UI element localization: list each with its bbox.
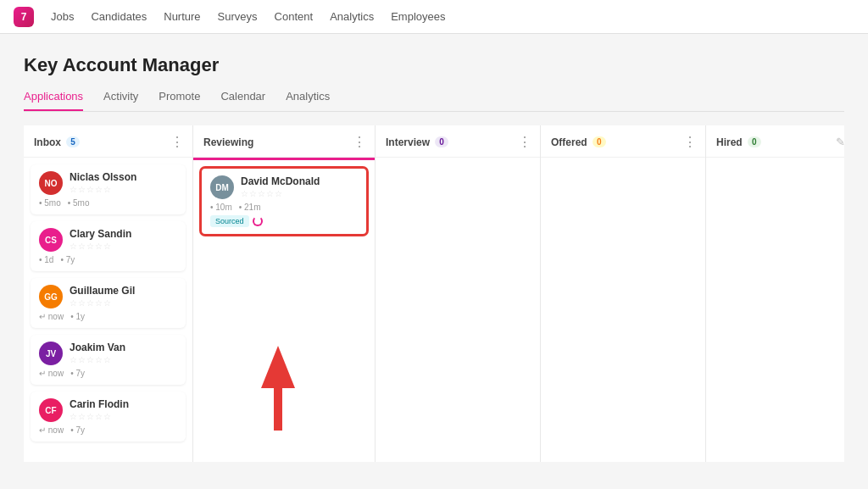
column-header-reviewing: Reviewing⋮ xyxy=(193,125,375,158)
column-menu-interview[interactable]: ⋮ xyxy=(518,134,531,150)
sub-tabs: ApplicationsActivityPromoteCalendarAnaly… xyxy=(24,90,844,112)
card-gg[interactable]: GGGuillaume Gil☆☆☆☆☆↵ now• 1y xyxy=(31,278,186,328)
column-title-interview: Interview xyxy=(386,136,430,148)
card-meta-time1-dm: • 10m xyxy=(210,203,232,212)
nav-item-candidates[interactable]: Candidates xyxy=(91,7,147,26)
page-title: Key Account Manager xyxy=(24,54,844,76)
card-name-gg: Guillaume Gil xyxy=(70,285,135,297)
card-jv[interactable]: JVJoakim Van☆☆☆☆☆↵ now• 7y xyxy=(31,335,186,385)
nav-item-analytics[interactable]: Analytics xyxy=(330,7,374,26)
card-meta-time1-gg: ↵ now xyxy=(39,312,64,321)
nav-items: JobsCandidatesNurtureSurveysContentAnaly… xyxy=(51,7,445,26)
nav-item-employees[interactable]: Employees xyxy=(391,7,445,26)
card-meta-time2-cf: • 7y xyxy=(70,425,85,435)
card-name-dm: David McDonald xyxy=(241,175,320,187)
column-header-inbox: Inbox5⋮ xyxy=(24,125,192,158)
avatar-cf: CF xyxy=(39,398,63,422)
nav-item-surveys[interactable]: Surveys xyxy=(218,7,258,26)
card-cs[interactable]: CSClary Sandin☆☆☆☆☆• 1d• 7y xyxy=(31,221,186,271)
kanban-board-wrapper: Inbox5⋮NONiclas Olsson☆☆☆☆☆• 5mo• 5moCSC… xyxy=(24,125,844,462)
column-hired: Hired0✎⋮ xyxy=(706,125,844,462)
column-inbox: Inbox5⋮NONiclas Olsson☆☆☆☆☆• 5mo• 5moCSC… xyxy=(24,125,193,462)
column-badge-hired: 0 xyxy=(748,136,761,147)
column-title-reviewing: Reviewing xyxy=(203,136,253,148)
main-content: Key Account Manager ApplicationsActivity… xyxy=(0,34,868,482)
nav-item-nurture[interactable]: Nurture xyxy=(164,7,200,26)
card-name-cf: Carin Flodin xyxy=(70,398,129,410)
app-logo: 7 xyxy=(14,7,34,27)
column-menu-reviewing[interactable]: ⋮ xyxy=(353,134,366,150)
column-badge-interview: 0 xyxy=(435,136,448,147)
cards-area-inbox: NONiclas Olsson☆☆☆☆☆• 5mo• 5moCSClary Sa… xyxy=(24,158,192,462)
column-menu-offered[interactable]: ⋮ xyxy=(683,134,697,150)
card-meta-time2-jv: • 7y xyxy=(70,369,85,378)
tab-analytics[interactable]: Analytics xyxy=(286,90,330,111)
top-nav: 7 JobsCandidatesNurtureSurveysContentAna… xyxy=(0,0,868,34)
column-badge-offered: 0 xyxy=(593,136,606,147)
card-meta-time2-cs: • 7y xyxy=(60,255,75,264)
card-no[interactable]: NONiclas Olsson☆☆☆☆☆• 5mo• 5mo xyxy=(31,164,186,214)
tab-applications[interactable]: Applications xyxy=(24,90,83,111)
card-meta-time2-dm: • 21m xyxy=(239,203,261,212)
card-stars-dm: ☆☆☆☆☆ xyxy=(241,189,320,198)
avatar-cs: CS xyxy=(39,228,63,252)
cards-area-interview xyxy=(376,158,540,462)
column-interview: Interview0⋮ xyxy=(376,125,541,462)
card-meta-time1-jv: ↵ now xyxy=(39,369,64,378)
tab-activity[interactable]: Activity xyxy=(103,90,138,111)
cards-area-reviewing: DMDavid McDonald☆☆☆☆☆• 10m• 21mSourced xyxy=(193,160,375,462)
card-meta-time2-no: • 5mo xyxy=(68,198,90,208)
nav-item-jobs[interactable]: Jobs xyxy=(51,7,74,26)
kanban-board: Inbox5⋮NONiclas Olsson☆☆☆☆☆• 5mo• 5moCSC… xyxy=(24,125,844,462)
cards-area-hired xyxy=(706,158,844,462)
avatar-gg: GG xyxy=(39,285,63,308)
card-stars-cs: ☆☆☆☆☆ xyxy=(70,242,131,251)
card-stars-no: ☆☆☆☆☆ xyxy=(70,185,136,194)
card-meta-time1-cs: • 1d xyxy=(39,255,53,264)
edit-icon-hired[interactable]: ✎ xyxy=(836,136,844,148)
column-reviewing: Reviewing⋮DMDavid McDonald☆☆☆☆☆• 10m• 21… xyxy=(193,125,376,462)
card-meta-time2-gg: • 1y xyxy=(70,312,85,321)
column-title-inbox: Inbox xyxy=(34,136,61,148)
column-title-offered: Offered xyxy=(551,136,587,148)
card-meta-time1-cf: ↵ now xyxy=(39,425,64,435)
column-header-interview: Interview0⋮ xyxy=(376,125,540,158)
nav-item-content[interactable]: Content xyxy=(275,7,314,26)
tab-promote[interactable]: Promote xyxy=(159,90,200,111)
tab-calendar[interactable]: Calendar xyxy=(220,90,265,111)
column-header-offered: Offered0⋮ xyxy=(541,125,705,158)
cards-area-offered xyxy=(541,158,705,462)
avatar-jv: JV xyxy=(39,342,63,365)
column-title-hired: Hired xyxy=(716,136,743,148)
card-stars-jv: ☆☆☆☆☆ xyxy=(70,355,125,364)
card-stars-gg: ☆☆☆☆☆ xyxy=(70,298,135,308)
column-badge-inbox: 5 xyxy=(66,136,80,147)
column-header-hired: Hired0✎⋮ xyxy=(706,125,844,158)
card-meta-time1-no: • 5mo xyxy=(39,198,61,208)
spinner-icon xyxy=(253,216,263,226)
card-name-no: Niclas Olsson xyxy=(70,171,136,183)
card-stars-cf: ☆☆☆☆☆ xyxy=(70,412,129,421)
card-tag-dm: Sourced xyxy=(210,215,249,227)
column-offered: Offered0⋮ xyxy=(541,125,706,462)
avatar-dm: DM xyxy=(210,175,234,199)
card-cf[interactable]: CFCarin Flodin☆☆☆☆☆↵ now• 7y xyxy=(31,392,186,442)
avatar-no: NO xyxy=(39,171,63,195)
card-name-jv: Joakim Van xyxy=(70,342,125,353)
column-menu-inbox[interactable]: ⋮ xyxy=(170,134,184,150)
card-name-cs: Clary Sandin xyxy=(70,228,131,240)
card-dm[interactable]: DMDavid McDonald☆☆☆☆☆• 10m• 21mSourced xyxy=(200,167,368,236)
